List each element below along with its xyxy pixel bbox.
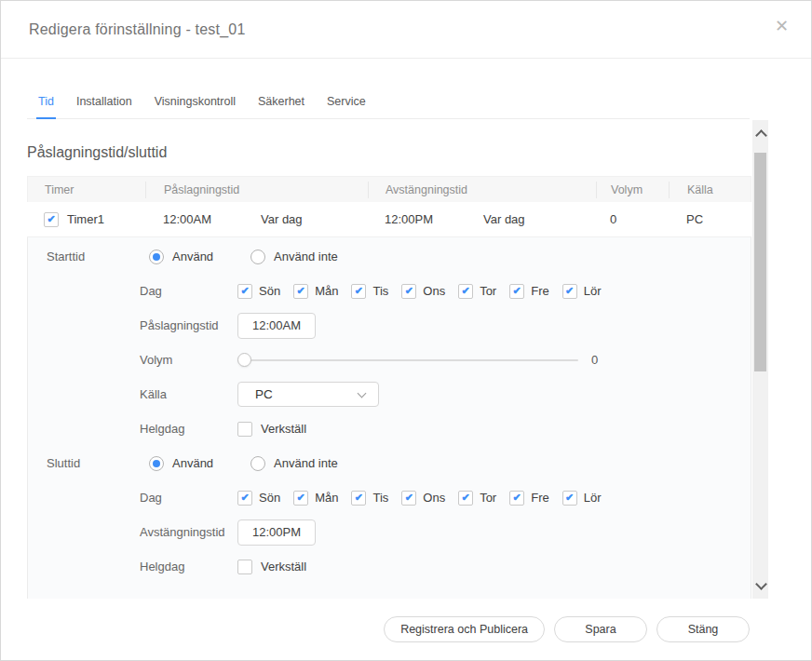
end-time-button[interactable]: 12:00PM (237, 519, 316, 546)
scrollbar-thumb[interactable] (754, 153, 766, 371)
end-time-label: Avstängningstid (140, 525, 237, 539)
radio-anvand-icon (149, 250, 164, 264)
start-dag-label: Dag (140, 284, 237, 298)
tab-content-scroll-area: Påslagningstid/sluttid Timer Påslagnings… (27, 120, 751, 600)
start-time-label: Påslagningstid (140, 318, 237, 332)
row-on-repeat: Var dag (261, 212, 368, 226)
close-button[interactable]: Stäng (656, 616, 750, 642)
dialog-header: Redigera förinställning - test_01 (1, 1, 811, 59)
end-day-man[interactable]: ✔Mån (293, 491, 338, 506)
radio-anvand[interactable]: Använd (149, 250, 213, 264)
source-selected-value: PC (255, 387, 273, 401)
dialog-title: Redigera förinställning - test_01 (29, 21, 246, 38)
start-day-lor[interactable]: ✔Lör (562, 284, 602, 299)
vertical-scrollbar[interactable] (752, 120, 768, 600)
tab-service[interactable]: Service (325, 89, 368, 118)
scroll-down-icon[interactable] (755, 578, 767, 590)
dialog-footer: Registrera och Publicera Spara Stäng (1, 599, 811, 660)
tab-installation[interactable]: Installation (74, 89, 134, 118)
end-holiday-action-label: Verkställ (261, 560, 306, 573)
sluttid-use-radio-group: Använd Använd inte (149, 456, 338, 471)
end-radio-anvand[interactable]: Använd (149, 456, 213, 471)
end-day-fre[interactable]: ✔Fre (509, 491, 549, 506)
end-radio-anvand-icon (149, 456, 164, 471)
col-header-source: Källa (670, 182, 751, 198)
end-day-son[interactable]: ✔Sön (237, 491, 280, 506)
col-header-on-time: Påslagningstid (146, 182, 369, 198)
col-header-off-time: Avstängningstid (369, 182, 597, 198)
start-holiday-label: Helgdag (140, 422, 237, 436)
edit-preset-dialog: Redigera förinställning - test_01 ✕ Tid … (0, 0, 812, 661)
start-day-fre[interactable]: ✔Fre (509, 284, 549, 299)
row-source: PC (669, 212, 751, 226)
tab-tid[interactable]: Tid (36, 89, 56, 119)
register-publish-button[interactable]: Registrera och Publicera (384, 616, 545, 642)
start-time-button[interactable]: 12:00AM (237, 313, 316, 339)
starttid-label: Starttid (28, 250, 140, 263)
scroll-up-icon[interactable] (755, 129, 767, 142)
col-header-volume: Volym (597, 182, 670, 198)
section-title: Påslagningstid/sluttid (27, 144, 751, 161)
start-holiday-action-label: Verkställ (261, 422, 306, 436)
start-day-son[interactable]: ✔Sön (237, 284, 280, 299)
start-day-man[interactable]: ✔Mån (293, 284, 338, 299)
end-day-ons[interactable]: ✔Ons (401, 491, 445, 506)
start-day-ons[interactable]: ✔Ons (401, 284, 445, 299)
end-day-tor[interactable]: ✔Tor (458, 491, 496, 506)
row-on-time: 12:00AM (145, 212, 261, 226)
table-row[interactable]: ✔ Timer1 12:00AM Var dag 12:00PM Var dag… (27, 202, 751, 237)
volume-slider-handle[interactable] (237, 353, 251, 367)
end-radio-anvand-inte[interactable]: Använd inte (250, 456, 338, 471)
col-header-timer: Timer (28, 182, 146, 198)
timer-name: Timer1 (67, 212, 104, 226)
timer-table: Timer Påslagningstid Avstängningstid Vol… (27, 176, 751, 600)
volume-slider-track (237, 359, 578, 361)
end-day-lor[interactable]: ✔Lör (562, 491, 602, 506)
tab-visningskontroll[interactable]: Visningskontroll (153, 89, 237, 118)
tab-bar: Tid Installation Visningskontroll Säkerh… (27, 89, 750, 119)
starttid-use-radio-group: Använd Använd inte (149, 250, 338, 264)
start-day-tor[interactable]: ✔Tor (458, 284, 496, 299)
row-volume: 0 (596, 212, 669, 226)
row-off-time: 12:00PM (368, 212, 483, 226)
tab-sakerhet[interactable]: Säkerhet (256, 89, 306, 118)
volume-slider[interactable] (237, 353, 578, 367)
timer-settings-form: Starttid Använd Använd inte (27, 237, 751, 600)
timer-table-header: Timer Påslagningstid Avstängningstid Vol… (27, 176, 751, 202)
close-icon[interactable]: ✕ (775, 18, 789, 34)
start-holiday-checkbox[interactable] (237, 422, 252, 437)
row-off-repeat: Var dag (483, 212, 596, 226)
volume-value: 0 (591, 353, 598, 367)
source-label: Källa (140, 387, 237, 401)
end-holiday-label: Helgdag (140, 560, 237, 573)
end-holiday-checkbox[interactable] (237, 560, 252, 574)
timer-row-checkbox[interactable]: ✔ (44, 212, 59, 227)
end-dag-label: Dag (140, 491, 237, 505)
radio-anvand-inte-icon (250, 250, 265, 264)
end-day-tis[interactable]: ✔Tis (351, 491, 388, 506)
radio-anvand-inte[interactable]: Använd inte (250, 250, 338, 264)
sluttid-label: Sluttid (28, 456, 140, 470)
source-dropdown[interactable]: PC (237, 382, 379, 407)
start-day-tis[interactable]: ✔Tis (351, 284, 388, 299)
volume-label: Volym (140, 353, 237, 367)
chevron-down-icon (358, 389, 367, 398)
end-radio-anvand-inte-icon (250, 456, 265, 471)
save-button[interactable]: Spara (554, 616, 647, 642)
